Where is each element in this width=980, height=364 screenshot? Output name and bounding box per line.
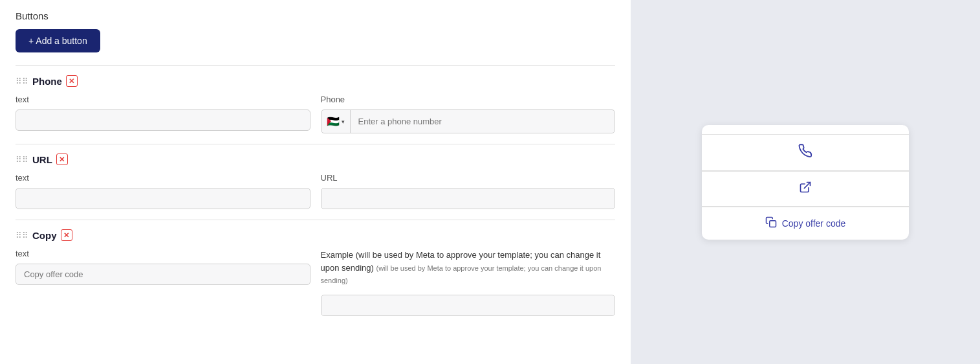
copy-header: ⠿⠿ Copy ✕ — [16, 229, 615, 241]
phone-delete-icon[interactable]: ✕ — [66, 75, 78, 87]
url-fields-row: text URL — [16, 173, 615, 209]
phone-text-field-group: text — [16, 95, 310, 133]
copy-example-description: Example (will be used by Meta to approve… — [321, 249, 616, 287]
page-container: Buttons + Add a button ⠿⠿ Phone ✕ text P… — [0, 0, 980, 364]
preview-copy-icon — [765, 216, 777, 231]
preview-copy-row: Copy offer code — [702, 207, 909, 240]
url-url-field-group: URL — [321, 173, 616, 209]
phone-type-label: Phone — [32, 76, 62, 87]
url-url-label: URL — [321, 173, 616, 183]
preview-phone-icon — [798, 144, 812, 161]
phone-flag-selector[interactable]: 🇵🇸 ▾ — [321, 110, 351, 133]
svg-rect-1 — [769, 220, 776, 227]
copy-text-input[interactable] — [16, 264, 310, 285]
phone-phone-field-group: Phone 🇵🇸 ▾ — [321, 95, 616, 133]
copy-drag-handle[interactable]: ⠿⠿ — [16, 231, 28, 240]
copy-text-field-group: text — [16, 249, 310, 316]
url-header: ⠿⠿ URL ✕ — [16, 154, 615, 165]
preview-phone-row — [702, 135, 909, 171]
phone-number-input[interactable] — [351, 111, 615, 131]
right-panel: Copy offer code — [631, 0, 980, 364]
preview-link-icon — [799, 181, 812, 197]
preview-url-row — [702, 172, 909, 207]
flag-emoji: 🇵🇸 — [327, 115, 340, 128]
buttons-section-title: Buttons — [16, 10, 615, 21]
left-panel: Buttons + Add a button ⠿⠿ Phone ✕ text P… — [0, 0, 631, 364]
copy-text-label: text — [16, 249, 310, 258]
url-drag-handle[interactable]: ⠿⠿ — [16, 155, 28, 165]
flag-chevron: ▾ — [342, 119, 345, 125]
svg-line-0 — [804, 182, 810, 188]
copy-fields-row: text Example (will be used by Meta to ap… — [16, 249, 615, 316]
preview-card: Copy offer code — [702, 125, 909, 240]
phone-button-row: ⠿⠿ Phone ✕ text Phone 🇵🇸 ▾ — [16, 65, 615, 133]
copy-delete-icon[interactable]: ✕ — [61, 229, 72, 241]
url-url-input[interactable] — [321, 188, 616, 209]
copy-button-row: ⠿⠿ Copy ✕ text Example (will be used by … — [16, 220, 615, 316]
url-text-field-group: text — [16, 173, 310, 209]
url-delete-icon[interactable]: ✕ — [56, 154, 68, 165]
url-button-row: ⠿⠿ URL ✕ text URL — [16, 144, 615, 209]
phone-phone-label: Phone — [321, 95, 616, 104]
copy-type-label: Copy — [32, 230, 57, 241]
phone-input-wrapper: 🇵🇸 ▾ — [321, 109, 616, 133]
preview-copy-label: Copy offer code — [782, 218, 846, 229]
url-text-input[interactable] — [16, 188, 310, 209]
add-button[interactable]: + Add a button — [16, 29, 100, 52]
phone-text-input[interactable] — [16, 109, 310, 131]
url-text-label: text — [16, 173, 310, 183]
copy-example-field-group: Example (will be used by Meta to approve… — [321, 249, 616, 316]
phone-header: ⠿⠿ Phone ✕ — [16, 75, 615, 87]
phone-fields-row: text Phone 🇵🇸 ▾ — [16, 95, 615, 133]
url-type-label: URL — [32, 154, 52, 165]
phone-text-label: text — [16, 95, 310, 104]
phone-drag-handle[interactable]: ⠿⠿ — [16, 76, 28, 86]
preview-top-spacer — [702, 125, 909, 134]
copy-example-input[interactable] — [321, 295, 616, 316]
